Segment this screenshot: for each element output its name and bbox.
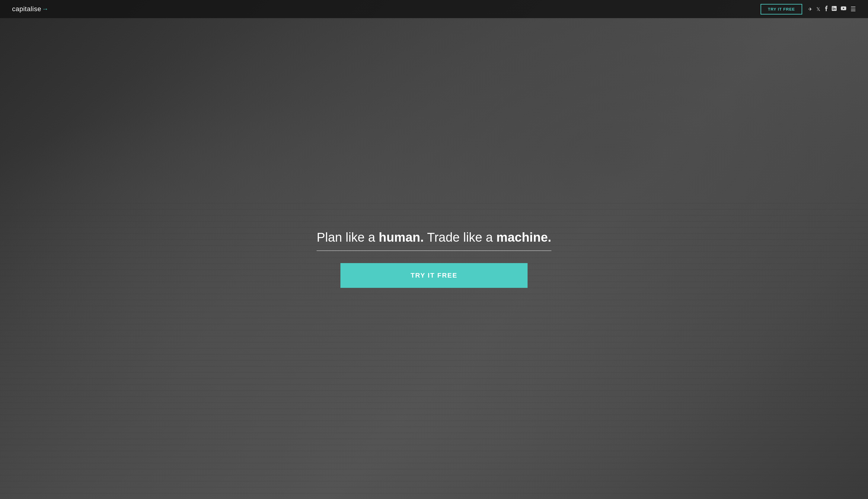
headline-part2: Trade like a [424,230,496,244]
headline-part1: Plan like a [317,230,378,244]
twitter-icon[interactable]: 𝕏 [816,7,820,12]
hero-section: capitalise→ TRY IT FREE ✈ 𝕏 [0,0,868,499]
hero-cta-button[interactable]: TRY IT FREE [340,263,528,288]
linkedin-icon[interactable] [832,6,836,12]
logo-arrow: → [42,5,49,13]
facebook-icon[interactable] [825,6,828,12]
navbar-right: TRY IT FREE ✈ 𝕏 [760,4,856,14]
headline-bold1: human. [379,230,424,244]
hero-headline: Plan like a human. Trade like a machine. [317,229,551,251]
youtube-icon[interactable] [841,7,846,12]
logo: capitalise→ [12,5,49,13]
headline-bold2: machine. [496,230,551,244]
navbar: capitalise→ TRY IT FREE ✈ 𝕏 [0,0,868,18]
nav-icons: ✈ 𝕏 ☰ [808,5,856,13]
telegram-icon[interactable]: ✈ [808,7,812,12]
hero-content: Plan like a human. Trade like a machine.… [0,18,868,499]
nav-try-button[interactable]: TRY IT FREE [760,4,802,14]
logo-text: capitalise [12,5,41,13]
hamburger-icon[interactable]: ☰ [851,5,856,13]
